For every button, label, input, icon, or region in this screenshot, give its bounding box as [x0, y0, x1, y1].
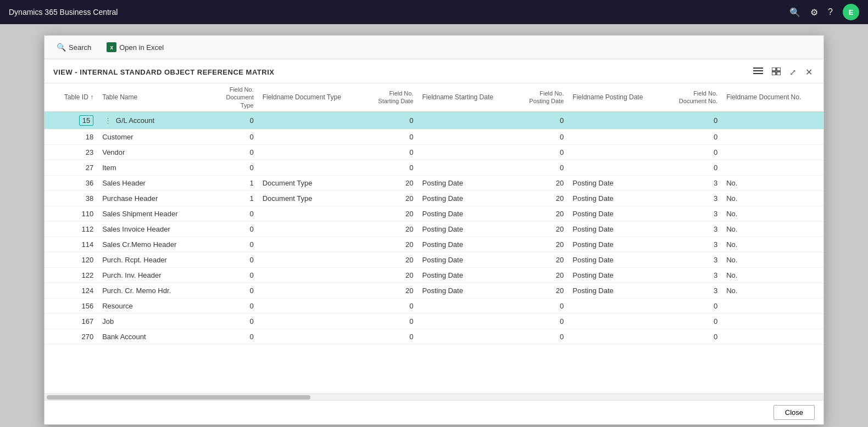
cell-fieldname-starting-date [418, 329, 515, 344]
cell-field-no-starting-date: 20 [364, 190, 418, 206]
col-table-id[interactable]: Table ID ↑ [44, 83, 98, 111]
cell-fieldname-posting-date: Posting Date [568, 190, 664, 206]
cell-field-no-doc-no: 3 [664, 252, 722, 267]
col-field-no-starting-date: Field No.Starting Date [364, 83, 418, 111]
cell-table-id: 270 [44, 329, 98, 344]
close-button[interactable]: Close [774, 405, 815, 420]
table-row[interactable]: 120Purch. Rcpt. Header020Posting Date20P… [44, 252, 824, 267]
cell-table-name: Sales Invoice Header [98, 221, 204, 237]
excel-label: Open in Excel [119, 43, 164, 52]
view-header: VIEW - INTERNAL STANDARD OBJECT REFERENC… [44, 59, 824, 83]
open-excel-button[interactable]: x Open in Excel [103, 40, 167, 54]
table-row[interactable]: 114Sales Cr.Memo Header020Posting Date20… [44, 237, 824, 252]
cell-fieldname-starting-date [418, 129, 515, 144]
cell-fieldname-posting-date: Posting Date [568, 283, 664, 298]
cell-field-no-starting-date: 20 [364, 252, 418, 267]
col-table-name[interactable]: Table Name [98, 83, 204, 111]
table-row[interactable]: 167Job0000 [44, 313, 824, 329]
table-row[interactable]: 36Sales Header1Document Type20Posting Da… [44, 175, 824, 190]
cell-field-no-posting-date: 20 [515, 283, 568, 298]
cell-fieldname-starting-date: Posting Date [418, 283, 515, 298]
cell-fieldname-doc-type [258, 144, 364, 160]
cell-fieldname-doc-type [258, 160, 364, 175]
cell-fieldname-starting-date [418, 298, 515, 313]
svg-rect-5 [772, 72, 776, 75]
cell-table-id: 27 [44, 160, 98, 175]
cell-field-no-doc-type: 1 [205, 190, 258, 206]
search-icon[interactable]: 🔍 [789, 7, 800, 18]
cell-table-id: 124 [44, 283, 98, 298]
cell-fieldname-doc-no [722, 144, 824, 160]
cell-fieldname-doc-no: No. [722, 267, 824, 283]
cell-fieldname-posting-date [568, 111, 664, 129]
cell-fieldname-posting-date: Posting Date [568, 237, 664, 252]
cell-field-no-doc-type: 0 [205, 313, 258, 329]
cell-field-no-doc-no: 0 [664, 144, 722, 160]
cell-table-name: Sales Cr.Memo Header [98, 237, 204, 252]
topbar: Dynamics 365 Business Central 🔍 ⚙ ? E [0, 0, 868, 24]
settings-icon[interactable]: ⚙ [810, 7, 818, 18]
table-row[interactable]: 110Sales Shipment Header020Posting Date2… [44, 206, 824, 221]
cell-fieldname-doc-type [258, 267, 364, 283]
horizontal-scrollbar[interactable] [44, 394, 824, 400]
cell-field-no-doc-type: 0 [205, 206, 258, 221]
table-row[interactable]: 124Purch. Cr. Memo Hdr.020Posting Date20… [44, 283, 824, 298]
cell-table-name: Purch. Cr. Memo Hdr. [98, 283, 204, 298]
cell-fieldname-doc-type [258, 237, 364, 252]
cell-field-no-posting-date: 20 [515, 206, 568, 221]
cell-fieldname-doc-no: No. [722, 190, 824, 206]
table-row[interactable]: 122Purch. Inv. Header020Posting Date20Po… [44, 267, 824, 283]
table-row[interactable]: 270Bank Account0000 [44, 329, 824, 344]
excel-icon-text: x [110, 44, 113, 50]
table-row[interactable]: 18Customer0000 [44, 129, 824, 144]
cell-fieldname-doc-no [722, 298, 824, 313]
cell-field-no-doc-no: 3 [664, 283, 722, 298]
cell-fieldname-doc-type: Document Type [258, 175, 364, 190]
search-button[interactable]: 🔍 Search [53, 41, 94, 54]
cell-fieldname-doc-no [722, 313, 824, 329]
cell-field-no-starting-date: 0 [364, 160, 418, 175]
cell-field-no-doc-type: 0 [205, 329, 258, 344]
cell-field-no-posting-date: 0 [515, 129, 568, 144]
cell-field-no-doc-no: 3 [664, 206, 722, 221]
cell-field-no-posting-date: 0 [515, 329, 568, 344]
table-row[interactable]: 156Resource0000 [44, 298, 824, 313]
table-row[interactable]: 38Purchase Header1Document Type20Posting… [44, 190, 824, 206]
search-label: Search [69, 43, 91, 52]
list-view-button[interactable] [751, 65, 765, 80]
col-field-no-doc-no: Field No.Document No. [664, 83, 722, 111]
row-action-icon[interactable]: ⋮ [102, 116, 114, 125]
cell-field-no-starting-date: 0 [364, 111, 418, 129]
table-row[interactable]: 15⋮ G/L Account0000 [44, 111, 824, 129]
modal-dialog: 🔍 Search x Open in Excel VIEW - INTERNAL… [44, 35, 824, 425]
cell-fieldname-doc-no [722, 160, 824, 175]
user-avatar[interactable]: E [843, 4, 859, 20]
cell-fieldname-doc-type [258, 329, 364, 344]
cell-field-no-posting-date: 20 [515, 175, 568, 190]
table-row[interactable]: 23Vendor0000 [44, 144, 824, 160]
expand-button[interactable]: ⤢ [787, 65, 799, 80]
cell-table-id: 38 [44, 190, 98, 206]
cell-table-name: Job [98, 313, 204, 329]
cell-fieldname-doc-type [258, 252, 364, 267]
cell-table-id: 110 [44, 206, 98, 221]
cell-table-id: 122 [44, 267, 98, 283]
hscroll-thumb[interactable] [47, 395, 310, 400]
cell-table-name: Customer [98, 129, 204, 144]
background-area: 🔍 Search x Open in Excel VIEW - INTERNAL… [0, 24, 868, 427]
help-icon[interactable]: ? [828, 7, 833, 17]
table-row[interactable]: 27Item0000 [44, 160, 824, 175]
cell-fieldname-doc-no [722, 329, 824, 344]
cell-field-no-posting-date: 20 [515, 190, 568, 206]
cell-fieldname-posting-date [568, 160, 664, 175]
table-row[interactable]: 112Sales Invoice Header020Posting Date20… [44, 221, 824, 237]
table-container[interactable]: Table ID ↑ Table Name Field No.DocumentT… [44, 83, 824, 394]
cell-fieldname-posting-date [568, 329, 664, 344]
cell-field-no-doc-no: 0 [664, 111, 722, 129]
close-view-button[interactable]: ✕ [803, 65, 815, 80]
cell-field-no-doc-type: 0 [205, 237, 258, 252]
cell-fieldname-posting-date [568, 144, 664, 160]
grid-view-button[interactable] [770, 65, 783, 80]
cell-field-no-doc-type: 0 [205, 221, 258, 237]
toolbar: 🔍 Search x Open in Excel [44, 36, 824, 59]
